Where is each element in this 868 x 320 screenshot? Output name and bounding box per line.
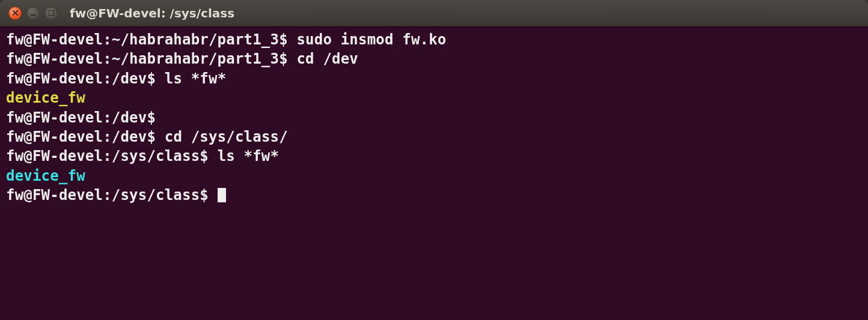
command-text: ls *fw* [218,148,280,165]
prompt-dollar: $ [279,31,288,48]
prompt-sep: : [103,50,112,67]
prompt-user: fw@FW-devel [6,128,103,145]
terminal-body[interactable]: fw@FW-devel:~/habrahabr/part1_3$ sudo in… [0,26,868,320]
prompt-sep: : [103,31,112,48]
prompt-sep: : [103,187,112,204]
terminal-line: fw@FW-devel:/dev$ cd /sys/class/ [6,127,862,146]
prompt-user: fw@FW-devel [6,70,103,87]
terminal-line: fw@FW-devel:/sys/class$ [6,186,862,205]
prompt-dollar: $ [279,50,288,67]
prompt-sep: : [103,148,112,165]
terminal-line: fw@FW-devel:/dev$ [6,108,862,127]
prompt-dollar: $ [200,148,209,165]
prompt-user: fw@FW-devel [6,31,103,48]
minimize-icon[interactable] [26,7,40,20]
prompt-path: /dev [112,109,147,126]
prompt-sep: : [103,128,112,145]
prompt-sep: : [103,70,112,87]
close-icon[interactable] [8,7,22,20]
prompt-path: ~/habrahabr/part1_3 [112,31,279,48]
maximize-icon[interactable] [44,7,58,20]
command-text: sudo insmod fw.ko [296,31,446,48]
prompt-user: fw@FW-devel [6,50,103,67]
output-device-cyan: device_fw [6,168,85,184]
prompt-path: ~/habrahabr/part1_3 [112,50,279,67]
prompt-dollar: $ [147,128,156,145]
terminal-window: fw@FW-devel: /sys/class fw@FW-devel:~/ha… [0,0,868,320]
prompt-path: /dev [112,70,147,87]
prompt-user: fw@FW-devel [6,187,103,204]
terminal-line: fw@FW-devel:/dev$ ls *fw* [6,69,862,88]
command-text: cd /dev [296,50,358,67]
terminal-output: device_fw [6,88,862,107]
prompt-path: /sys/class [112,187,200,204]
prompt-user: fw@FW-devel [6,148,103,165]
cursor-block [218,188,226,202]
prompt-sep: : [103,109,112,126]
terminal-output: device_fw [6,166,862,186]
prompt-dollar: $ [200,187,209,204]
terminal-line: fw@FW-devel:~/habrahabr/part1_3$ cd /dev [6,49,862,68]
window-title: fw@FW-devel: /sys/class [70,6,234,20]
prompt-dollar: $ [147,70,156,87]
prompt-user: fw@FW-devel [6,109,103,126]
titlebar[interactable]: fw@FW-devel: /sys/class [0,0,868,26]
terminal-line: fw@FW-devel:~/habrahabr/part1_3$ sudo in… [6,30,862,49]
command-text: cd /sys/class/ [165,128,288,145]
output-device-yellow: device_fw [6,89,85,106]
terminal-line: fw@FW-devel:/sys/class$ ls *fw* [6,146,862,166]
prompt-path: /sys/class [112,148,200,165]
prompt-dollar: $ [147,109,156,126]
prompt-path: /dev [112,128,147,145]
command-text: ls *fw* [165,70,227,87]
